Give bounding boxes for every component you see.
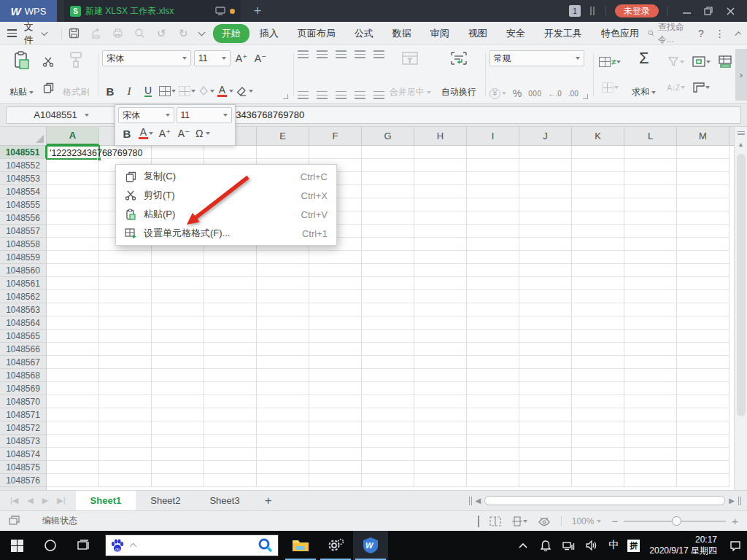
scroll-up-button[interactable]: ▲ (738, 141, 744, 148)
last-sheet-button[interactable]: ▶| (57, 496, 65, 505)
align-right-icon[interactable] (336, 91, 347, 99)
align-top-icon[interactable] (298, 50, 309, 58)
row-header-1048565[interactable]: 1048565 (0, 330, 46, 343)
font-size-select[interactable]: 11 (194, 50, 231, 66)
column-header-G[interactable]: G (362, 127, 414, 145)
column-header-H[interactable]: H (414, 127, 467, 145)
thousands-button[interactable]: 000 (528, 90, 541, 98)
zoom-in-button[interactable]: + (732, 515, 738, 527)
action-center-button[interactable] (727, 531, 744, 560)
mini-shrink-font-button[interactable]: A⁻ (177, 125, 191, 141)
row-header-1048567[interactable]: 1048567 (0, 356, 46, 369)
normal-view-button[interactable] (478, 516, 479, 526)
notification-bell-icon[interactable] (537, 531, 554, 560)
align-left-icon[interactable] (298, 91, 309, 99)
mini-bold-button[interactable]: B (120, 125, 134, 141)
save-button[interactable] (68, 27, 80, 39)
page-layout-view-button[interactable] (511, 516, 527, 526)
taskbar-clock[interactable]: 20:17 2020/9/17 星期四 (645, 534, 721, 556)
taskbar-search-box[interactable]: du (105, 534, 279, 556)
context-menu-item-cut[interactable]: 剪切(T)Ctrl+X (116, 186, 336, 205)
shrink-font-button[interactable]: A⁻ (252, 50, 268, 66)
column-header-L[interactable]: L (624, 127, 677, 145)
decrease-indent-icon[interactable] (355, 50, 365, 58)
ribbon-tab-7[interactable]: 视图 (460, 24, 496, 43)
percent-button[interactable]: % (513, 88, 522, 99)
next-sheet-button[interactable]: ▶ (42, 496, 48, 505)
row-header-1048566[interactable]: 1048566 (0, 343, 46, 356)
bold-button[interactable]: B (102, 83, 118, 99)
row-header-1048569[interactable]: 1048569 (0, 382, 46, 395)
increase-decimal-button[interactable]: ←.0 (548, 90, 561, 98)
collapse-ribbon-icon[interactable] (735, 31, 741, 38)
help-button[interactable]: ? (698, 28, 704, 39)
task-view-button[interactable] (67, 531, 101, 560)
horizontal-scroll-thumb[interactable] (484, 496, 725, 505)
vertical-scroll-thumb[interactable] (737, 154, 746, 416)
eye-protect-button[interactable] (538, 516, 551, 526)
first-sheet-button[interactable]: |◀ (10, 496, 18, 505)
mini-font-name-select[interactable]: 宋体 (118, 107, 174, 123)
mini-grow-font-button[interactable]: A⁺ (158, 125, 172, 141)
ribbon-expand-button[interactable]: › (735, 49, 747, 101)
context-menu-item-paste[interactable]: 粘贴(P)Ctrl+V (116, 205, 336, 224)
row-header-1048551[interactable]: 1048551 (0, 146, 47, 159)
conditional-format-button[interactable]: ≠ (599, 54, 621, 70)
row-header-1048562[interactable]: 1048562 (0, 290, 46, 303)
hidden-icons-button[interactable] (514, 531, 532, 560)
customize-quick-access-icon[interactable] (198, 28, 205, 36)
column-header-J[interactable]: J (519, 127, 572, 145)
split-handle-icon[interactable] (469, 497, 472, 505)
fill-handle[interactable] (97, 157, 101, 161)
sheet-tab-Sheet2[interactable]: Sheet2 (136, 491, 195, 510)
increase-indent-icon[interactable] (374, 50, 384, 58)
add-sheet-button[interactable]: + (255, 491, 282, 510)
row-header-1048564[interactable]: 1048564 (0, 316, 46, 330)
row-header-1048563[interactable]: 1048563 (0, 303, 46, 316)
split-handle-icon[interactable] (738, 497, 741, 505)
row-header-1048558[interactable]: 1048558 (0, 238, 46, 251)
export-pdf-button[interactable] (90, 27, 102, 39)
sheet-tab-Sheet1[interactable]: Sheet1 (76, 491, 136, 510)
ime-language-indicator[interactable]: 中 (605, 531, 622, 560)
ime-mode-indicator[interactable]: 拼 (627, 540, 640, 552)
mini-font-color-button[interactable]: A (139, 125, 153, 141)
align-bottom-icon[interactable] (336, 50, 347, 58)
merge-center-button[interactable]: T 合并居中 (386, 49, 435, 101)
find-command-box[interactable]: 查找命令... (648, 21, 687, 46)
filter-button[interactable] (668, 54, 684, 70)
worksheet-button[interactable] (718, 53, 734, 69)
ribbon-tab-10[interactable]: 特色应用 (592, 24, 648, 43)
ribbon-tab-1[interactable]: 开始 (213, 24, 249, 43)
justify-icon[interactable] (355, 91, 365, 99)
row-header-1048575[interactable]: 1048575 (0, 461, 46, 474)
column-header-I[interactable]: I (467, 127, 519, 145)
wps-app-button[interactable]: W (353, 531, 388, 560)
decrease-decimal-button[interactable]: .00 (568, 90, 578, 98)
file-menu-button[interactable]: 文件 (7, 20, 47, 47)
italic-button[interactable]: I (121, 83, 137, 99)
zoom-slider[interactable]: − + (611, 515, 738, 527)
context-menu-item-format-cells[interactable]: 设置单元格格式(F)...Ctrl+1 (116, 224, 336, 243)
ribbon-tab-5[interactable]: 数据 (384, 24, 420, 43)
name-box[interactable]: A1048551 (6, 106, 117, 124)
cells-format-button[interactable] (692, 54, 711, 70)
cut-button[interactable] (40, 54, 56, 70)
print-preview-button[interactable] (133, 27, 146, 39)
restore-button[interactable] (699, 3, 718, 19)
font-color-button[interactable]: A (217, 83, 233, 99)
autosum-button[interactable]: Σ 求和 (628, 49, 659, 101)
vertical-scrollbar[interactable]: ▲ (734, 127, 747, 490)
active-cell[interactable]: '122323436768769780 (46, 145, 100, 160)
wrap-text-button[interactable]: 自动换行 (438, 49, 480, 101)
ribbon-tab-4[interactable]: 公式 (346, 24, 382, 43)
ribbon-tab-3[interactable]: 页面布局 (289, 24, 344, 43)
font-dialog-launcher[interactable] (283, 94, 288, 99)
row-header-1048552[interactable]: 1048552 (0, 159, 46, 172)
select-all-corner[interactable] (0, 127, 47, 145)
ribbon-tab-2[interactable]: 插入 (251, 24, 287, 43)
clear-format-button[interactable] (236, 83, 253, 99)
number-format-select[interactable]: 常规 (489, 50, 584, 66)
copy-button[interactable] (40, 79, 56, 96)
row-header-1048560[interactable]: 1048560 (0, 264, 46, 277)
